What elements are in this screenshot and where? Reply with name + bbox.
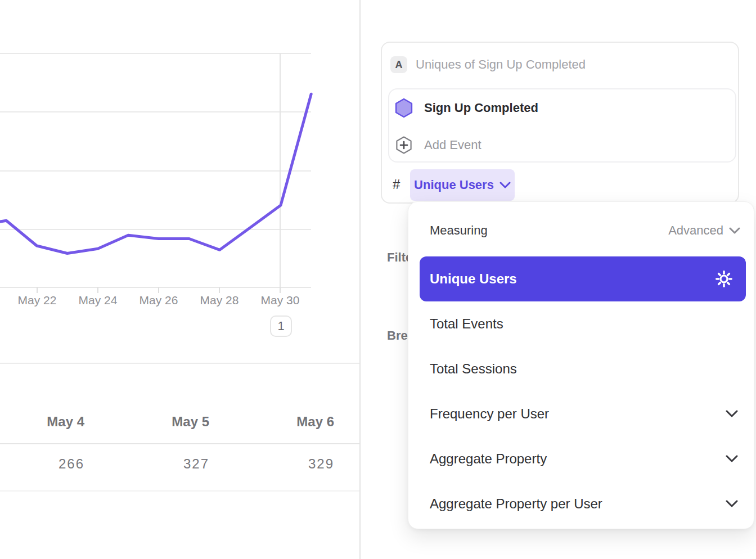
x-tick-label: May 28 [188,294,250,307]
table-row: 266 327 329 [0,445,334,483]
event-name: Sign Up Completed [424,101,538,115]
option-aggregate-property-per-user[interactable]: Aggregate Property per User [408,481,754,526]
measure-value: Unique Users [414,178,494,192]
event-row-sign-up-completed[interactable]: Sign Up Completed [389,89,735,127]
chevron-down-icon [726,500,738,508]
option-label: Frequency per User [430,406,549,422]
event-card: Sign Up Completed Add Event [388,88,736,163]
measuring-label: Measuring [430,223,488,238]
option-label: Total Events [430,316,503,332]
measure-selector[interactable]: Unique Users [410,169,515,201]
option-label: Total Sessions [430,361,517,377]
line-chart [0,0,360,298]
table-value-cell: 327 [84,456,209,472]
analytics-screen: May 22 May 24 May 26 May 28 May 30 1 May… [0,0,756,559]
gear-icon[interactable] [714,269,734,288]
add-event-label: Add Event [424,138,482,152]
table-header-cell: May 6 [209,414,334,430]
table-value-cell: 266 [0,456,84,472]
option-unique-users[interactable]: Unique Users [420,256,746,301]
option-aggregate-property[interactable]: Aggregate Property [408,436,754,481]
measuring-dropdown: Measuring Advanced Unique Users [408,201,754,529]
option-total-sessions[interactable]: Total Sessions [408,346,754,391]
option-total-events[interactable]: Total Events [408,301,754,346]
table-header-cell: May 5 [84,414,209,430]
table-divider [0,443,360,444]
option-frequency-per-user[interactable]: Frequency per User [408,391,754,436]
chevron-down-icon [500,182,511,189]
add-event-button[interactable]: Add Event [389,127,735,164]
x-tick-label: May 22 [6,294,68,307]
chevron-down-icon [729,227,740,235]
event-hexagon-icon [394,98,414,118]
measure-hash-symbol: # [393,177,406,192]
option-label: Unique Users [430,271,517,287]
table-header-row: May 4 May 5 May 6 [0,400,334,443]
option-label: Aggregate Property per User [430,496,602,512]
panel-divider [359,0,361,559]
add-event-plus-icon [394,135,414,155]
table-header-cell: May 4 [0,414,84,430]
results-table: May 4 May 5 May 6 266 327 329 [0,363,360,509]
advanced-label: Advanced [668,223,723,238]
dropdown-header: Measuring Advanced [408,213,754,248]
x-tick-label: May 30 [249,294,311,307]
series-letter-badge[interactable]: A [390,56,407,73]
table-value-cell: 329 [209,456,334,472]
metric-card: A Uniques of Sign Up Completed Sign Up C… [381,42,739,204]
table-divider [0,490,360,492]
x-tick-label: May 24 [67,294,129,307]
chevron-down-icon [726,455,738,463]
x-tick-label: May 26 [128,294,190,307]
annotation-count-badge[interactable]: 1 [270,315,292,337]
advanced-mode-selector[interactable]: Advanced [668,223,740,238]
metric-card-title: Uniques of Sign Up Completed [416,56,586,73]
chevron-down-icon [726,410,738,418]
chart-panel: May 22 May 24 May 26 May 28 May 30 1 May… [0,0,360,559]
option-label: Aggregate Property [430,451,547,467]
